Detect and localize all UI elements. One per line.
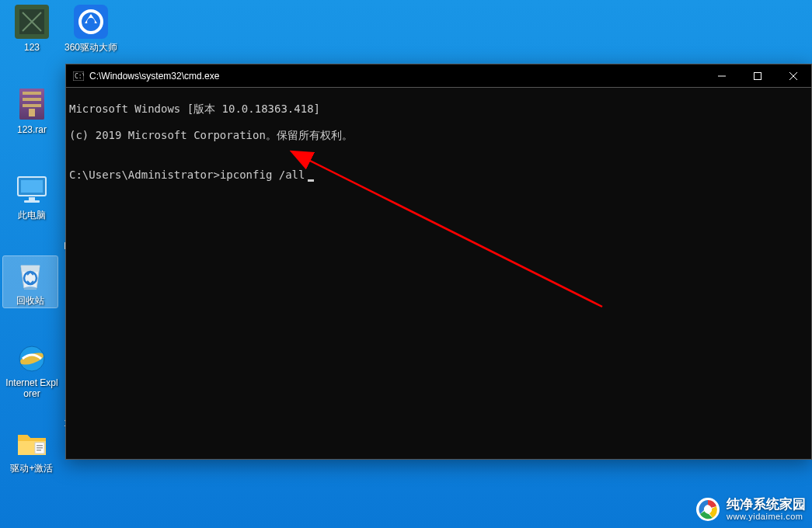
desktop-icon-123rar[interactable]: 123.rar: [5, 87, 59, 135]
desktop-icon-label: 回收站: [16, 295, 44, 306]
svg-line-31: [307, 159, 602, 307]
svg-rect-27: [754, 72, 761, 79]
desktop-icon-driver-activate[interactable]: 驱动+激活: [5, 426, 59, 474]
desktop-icon-this-pc[interactable]: 此电脑: [5, 172, 59, 221]
svg-rect-11: [29, 109, 35, 116]
recycle-bin-icon: [13, 258, 47, 292]
ie-icon: [15, 340, 49, 374]
desktop-icon-label: Internet Explorer: [5, 377, 59, 400]
svg-rect-14: [29, 197, 35, 200]
minimize-icon: [718, 72, 726, 80]
app-icon: [15, 5, 49, 39]
maximize-button[interactable]: [740, 64, 775, 88]
svg-text:C:\: C:\: [75, 73, 84, 80]
titlebar[interactable]: C:\ C:\Windows\system32\cmd.exe: [66, 64, 811, 88]
svg-rect-22: [37, 447, 43, 449]
desktop-icon-label: 123: [24, 42, 40, 53]
svg-rect-10: [23, 104, 41, 107]
cmd-window: C:\ C:\Windows\system32\cmd.exe Microsof…: [65, 64, 812, 460]
cmd-output-line: Microsoft Windows [版本 10.0.18363.418]: [69, 102, 808, 116]
desktop-icon-123[interactable]: 123: [5, 5, 59, 53]
window-title: C:\Windows\system32\cmd.exe: [89, 71, 704, 82]
maximize-icon: [754, 72, 761, 80]
desktop-icon-label: 123.rar: [17, 124, 47, 135]
close-button[interactable]: [775, 64, 811, 88]
svg-rect-9: [23, 98, 41, 101]
svg-rect-23: [37, 450, 41, 451]
svg-point-5: [87, 18, 95, 26]
driver-app-icon: [74, 5, 108, 39]
desktop-icon-label: 360驱动大师: [64, 42, 117, 53]
svg-rect-15: [24, 200, 40, 203]
svg-rect-13: [21, 180, 43, 193]
archive-icon: [15, 87, 49, 121]
cmd-cursor: [308, 179, 314, 182]
svg-rect-8: [23, 92, 41, 95]
this-pc-icon: [15, 172, 49, 207]
desktop-icon-label: 驱动+激活: [10, 463, 53, 474]
close-icon: [789, 72, 797, 80]
cmd-input-text: ipconfig /all: [220, 168, 305, 181]
annotation-arrow: [66, 88, 811, 459]
folder-icon: [15, 426, 49, 460]
desktop-icon-ie[interactable]: Internet Explorer: [5, 340, 59, 400]
desktop-icon-label: 此电脑: [18, 210, 46, 221]
cmd-prompt-line: C:\Users\Administrator>ipconfig /all: [69, 168, 808, 182]
cmd-prompt: C:\Users\Administrator>: [69, 168, 220, 181]
svg-rect-21: [37, 445, 43, 446]
desktop-icon-recycle-bin[interactable]: 回收站: [3, 256, 58, 307]
cmd-output-line: (c) 2019 Microsoft Corporation。保留所有权利。: [69, 129, 808, 142]
minimize-button[interactable]: [704, 64, 740, 88]
desktop-icon-360driver[interactable]: 360驱动大师: [64, 5, 118, 53]
cmd-terminal[interactable]: Microsoft Windows [版本 10.0.18363.418] (c…: [66, 88, 811, 459]
cmd-icon: C:\: [72, 70, 85, 82]
